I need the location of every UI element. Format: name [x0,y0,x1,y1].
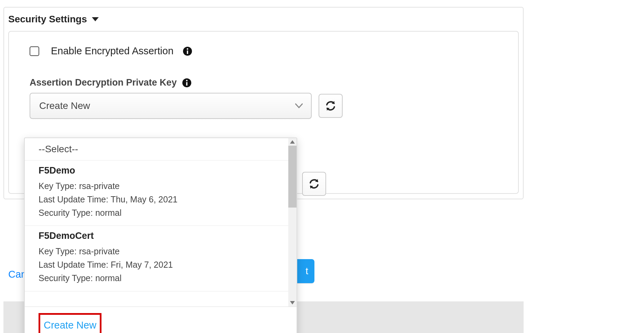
scroll-up-icon[interactable] [288,138,297,146]
dropdown-list: --Select-- F5Demo Key Type: rsa-private … [25,138,288,307]
caret-down-icon [92,17,99,21]
dropdown-option[interactable]: F5DemoCert Key Type: rsa-private Last Up… [25,226,288,291]
dropdown-scroll-wrap: --Select-- F5Demo Key Type: rsa-private … [25,138,297,307]
security-settings-header[interactable]: Security Settings [4,8,523,31]
dropdown-option-placeholder[interactable]: --Select-- [25,138,288,160]
enable-encrypted-assertion-row: Enable Encrypted Assertion [30,45,497,57]
dropdown-option-meta: Key Type: rsa-private [39,179,275,193]
enable-encrypted-assertion-checkbox[interactable] [30,46,39,56]
refresh-button[interactable] [302,172,326,196]
svg-point-5 [186,80,187,81]
refresh-button[interactable] [319,94,343,118]
assertion-key-select-row: Create New [30,93,497,119]
dropdown-option-meta: Key Type: rsa-private [39,245,275,258]
root: Security Settings Enable Encrypted Asser… [0,0,644,199]
assertion-key-selected-value: Create New [39,100,90,111]
section-title: Security Settings [8,14,87,25]
refresh-icon [308,178,320,190]
refresh-icon [325,100,336,112]
dropdown-option-title: F5DemoCert [39,231,275,241]
svg-rect-1 [187,51,188,54]
dropdown-option-meta: Last Update Time: Thu, May 6, 2021 [39,193,275,206]
next-button-label: t [305,266,308,277]
dropdown-option[interactable] [25,291,288,307]
chevron-down-icon [295,103,303,108]
dropdown-option-meta: Security Type: normal [39,206,275,220]
scroll-down-icon[interactable] [288,299,297,307]
create-new-link[interactable]: Create New [39,313,101,333]
assertion-key-dropdown: --Select-- F5Demo Key Type: rsa-private … [24,137,297,333]
dropdown-option[interactable]: F5Demo Key Type: rsa-private Last Update… [25,160,288,226]
dropdown-option-meta: Security Type: normal [39,271,275,285]
dropdown-create-new-row: Create New [25,307,297,333]
info-icon[interactable] [183,47,192,56]
dropdown-option-title [39,296,275,301]
dropdown-placeholder-text: --Select-- [39,144,78,154]
info-icon[interactable] [182,78,191,87]
dropdown-option-meta: Last Update Time: Fri, May 7, 2021 [39,258,275,271]
assertion-key-label-row: Assertion Decryption Private Key [30,77,497,88]
dropdown-option-title: F5Demo [39,165,275,176]
assertion-key-label: Assertion Decryption Private Key [30,77,177,88]
assertion-key-select[interactable]: Create New [30,93,312,119]
enable-encrypted-assertion-label: Enable Encrypted Assertion [51,45,173,57]
dropdown-scrollbar[interactable] [288,138,297,307]
svg-rect-4 [186,82,187,86]
svg-point-2 [187,48,188,49]
scrollbar-thumb[interactable] [288,146,297,208]
